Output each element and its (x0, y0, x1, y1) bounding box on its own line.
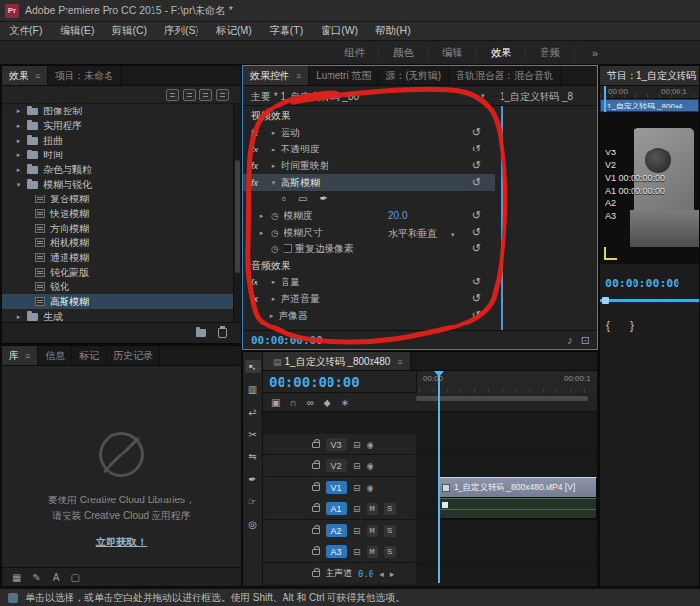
menu-marker[interactable]: 标记(M) (207, 24, 261, 38)
tab-libraries[interactable]: 库 ≡ (2, 346, 38, 365)
effects-bin-time[interactable]: ▸时间 (2, 148, 241, 162)
effects-bin-image-control[interactable]: ▸图像控制 (2, 104, 241, 118)
tab-effects[interactable]: 效果 ≡ (2, 66, 48, 85)
new-custom-bin-icon[interactable] (216, 89, 229, 101)
dropdown-arrow-icon[interactable]: ▾ (481, 92, 485, 100)
master-clip-selector[interactable]: 主要 * 1_自定义转码 _80 (251, 90, 359, 104)
track-target-a3[interactable]: A3 (326, 545, 347, 558)
menu-clip[interactable]: 剪辑(C) (103, 24, 155, 38)
rect-mask-icon[interactable]: ▭ (298, 194, 307, 204)
timeline-clip-video[interactable]: 1_自定义转码 _800x480.MP4 [V] (438, 477, 597, 498)
effect-item-sharpen[interactable]: 锐化 (2, 280, 241, 294)
mark-out-icon[interactable]: } (630, 319, 634, 332)
pencil-icon[interactable]: ✎ (32, 572, 40, 583)
effect-item-channel-blur[interactable]: 通道模糊 (2, 250, 241, 265)
track-target-a1[interactable]: A1 (326, 502, 347, 515)
program-scrubber[interactable] (600, 299, 699, 302)
panel-menu-icon[interactable]: ≡ (397, 357, 402, 367)
ellipse-mask-icon[interactable]: ○ (281, 194, 286, 204)
lock-icon[interactable] (312, 549, 320, 555)
effects-bin-blur-sharpen[interactable]: ▾模糊与锐化 (2, 177, 241, 192)
track-target-v3[interactable]: V3 (326, 438, 347, 451)
twirl-open-icon[interactable]: ▾ (14, 181, 22, 189)
effect-item-gaussian-blur[interactable]: 高斯模糊 (2, 294, 241, 309)
fx-toggle-icon[interactable]: fx (251, 294, 266, 304)
effect-controls-playhead[interactable] (501, 106, 503, 332)
razor-tool-icon[interactable]: ✂ (245, 427, 261, 441)
reset-icon[interactable]: ↺ (472, 209, 481, 222)
effect-row-gaussian-blur[interactable]: fx▾高斯模糊↺ (243, 174, 495, 191)
reset-icon[interactable]: ↺ (472, 143, 481, 155)
reset-icon[interactable]: ↺ (472, 292, 481, 305)
twirl-icon[interactable]: ▸ (269, 129, 278, 137)
menu-title[interactable]: 字幕(T) (261, 24, 312, 38)
effects-scrollbar[interactable] (233, 104, 241, 324)
lock-icon[interactable] (312, 463, 320, 469)
reset-icon[interactable]: ↺ (472, 309, 481, 322)
box-icon[interactable]: ▢ (71, 572, 80, 583)
tab-effect-controls[interactable]: 效果控件 ≡ (243, 66, 309, 85)
tab-lumetri-scopes[interactable]: Lumetri 范围 (309, 66, 378, 85)
twirl-icon[interactable]: ▸ (14, 137, 22, 145)
zoom-tool-icon[interactable]: ◎ (245, 517, 261, 531)
track-select-tool-icon[interactable]: ▥ (245, 382, 261, 396)
program-mini-ruler[interactable]: 00:00 00:00:1 (600, 86, 699, 99)
bit-depth-badge-icon[interactable] (183, 89, 196, 101)
timeline-timecode[interactable]: 00:00:00:00 (269, 374, 360, 390)
menu-help[interactable]: 帮助(H) (367, 24, 419, 38)
twirl-icon[interactable]: ▸ (14, 108, 22, 115)
pen-tool-icon[interactable]: ✒ (245, 472, 261, 486)
fx-toggle-icon[interactable]: fx (251, 278, 266, 287)
mute-button[interactable]: M (367, 503, 378, 515)
program-clip-bar[interactable]: 1_自定义转码 _800x4 (600, 99, 699, 112)
param-row-blur-dimensions[interactable]: ▸◷模糊尺寸水平和垂直▾↺ (243, 224, 495, 240)
reset-icon[interactable]: ↺ (472, 126, 481, 139)
hand-tool-icon[interactable]: ☞ (245, 495, 261, 508)
timeline-settings-icon[interactable]: ∗ (340, 397, 348, 408)
tab-markers[interactable]: 标记 (72, 346, 107, 365)
type-tool-icon[interactable]: A (53, 572, 60, 583)
accelerated-effects-badge-icon[interactable] (166, 89, 179, 101)
timeline-horizontal-scrollbar[interactable] (263, 583, 597, 586)
timeline-clip-audio[interactable] (438, 498, 597, 519)
ripple-edit-tool-icon[interactable]: ⇄ (245, 405, 261, 418)
nest-sequence-icon[interactable]: ▣ (271, 397, 280, 408)
fx-toggle-icon[interactable]: fx (251, 128, 266, 138)
menu-file[interactable]: 文件(F) (0, 24, 51, 38)
track-header-v1[interactable]: V1 ⊟ ◉ (263, 477, 416, 498)
tab-history[interactable]: 历史记录 (107, 346, 160, 365)
program-preview[interactable]: V3 V2 V1 00:00:00:00 A1 00:00:00:00 A2 A… (600, 112, 699, 264)
export-frame-icon[interactable]: ⊡ (581, 334, 590, 347)
track-header-a1[interactable]: A1 ⊟ M S (263, 498, 416, 519)
track-target-a2[interactable]: A2 (326, 524, 347, 537)
effect-row-volume[interactable]: fx▸音量↺ (243, 274, 495, 290)
lock-icon[interactable] (312, 528, 320, 534)
track-output-icon[interactable]: ◉ (367, 440, 374, 450)
workspace-tab-color[interactable]: 颜色 (379, 46, 428, 60)
track-header-master[interactable]: 主声道 0.0 ◂ ▸ (263, 563, 416, 584)
selection-tool-icon[interactable]: ↖ (245, 360, 261, 373)
linked-selection-icon[interactable]: ∞ (307, 397, 314, 408)
effect-row-time-remapping[interactable]: fx▸时间重映射↺ (243, 157, 495, 174)
track-output-icon[interactable]: ◉ (367, 483, 374, 493)
effect-item-unsharp-mask[interactable]: 钝化蒙版 (2, 265, 241, 280)
panel-menu-icon[interactable]: ≡ (25, 351, 30, 361)
effect-controls-timecode[interactable]: 00:00:00:00 (251, 334, 323, 347)
effect-row-channel-volume[interactable]: fx▸声道音量↺ (243, 290, 495, 307)
effects-bin-noise-grain[interactable]: ▸杂色与颗粒 (2, 162, 241, 177)
program-playhead[interactable] (604, 86, 606, 112)
twirl-icon[interactable]: ▸ (269, 279, 278, 286)
snap-icon[interactable]: ∩ (289, 397, 296, 408)
workspace-tab-editing[interactable]: 编辑 (428, 46, 477, 60)
slate-icon[interactable]: ▦ (12, 572, 21, 583)
master-level-value[interactable]: 0.0 (358, 569, 373, 579)
menu-edit[interactable]: 编辑(E) (51, 24, 103, 38)
mark-in-icon[interactable]: { (606, 319, 610, 332)
effect-item-fast-blur[interactable]: 快速模糊 (2, 206, 241, 221)
param-row-repeat-edge-pixels[interactable]: ◷重复边缘像素↺ (243, 240, 495, 257)
delete-icon[interactable] (218, 328, 227, 338)
track-output-icon[interactable]: ◉ (367, 461, 374, 471)
effect-row-opacity[interactable]: fx▸不透明度↺ (243, 141, 495, 157)
track-target-v1[interactable]: V1 (326, 481, 347, 494)
reset-icon[interactable]: ↺ (472, 226, 481, 238)
